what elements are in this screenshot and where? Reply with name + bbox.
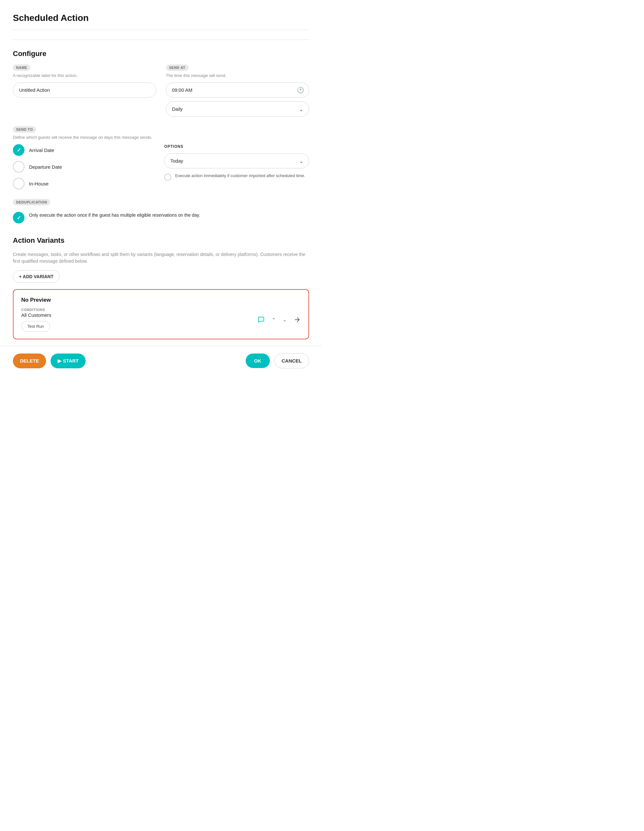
arrival-date-radio[interactable]: [13, 144, 24, 156]
configure-section-title: Configure: [13, 49, 309, 58]
name-helper: A recognizable label for this action.: [13, 73, 156, 78]
departure-date-option[interactable]: Departure Date: [13, 161, 158, 173]
send-at-helper: The time this message will send.: [166, 73, 309, 78]
execute-text: Execute action immediately if customer i…: [175, 173, 305, 179]
variant-actions: ⌃ ⌄: [258, 316, 301, 323]
navigate-button[interactable]: [294, 316, 301, 323]
page-title: Scheduled Action: [13, 13, 309, 30]
footer-bar: DELETE ▶ START OK CANCEL: [0, 346, 322, 376]
footer-right: OK CANCEL: [245, 353, 309, 368]
in-house-option[interactable]: In-House: [13, 178, 158, 189]
in-house-label: In-House: [29, 181, 49, 186]
frequency-select-wrapper: Daily Weekly Monthly ⌄: [166, 102, 309, 116]
send-to-radio-group: Arrival Date Departure Date In-House: [13, 144, 158, 189]
name-column: NAME A recognizable label for this actio…: [13, 64, 156, 116]
deduplication-section: DEDUPLICATION Only execute the action on…: [13, 199, 309, 223]
clock-icon: 🕐: [297, 87, 304, 94]
action-name-input[interactable]: [13, 83, 156, 97]
send-at-column: SEND AT The time this message will send.…: [166, 64, 309, 116]
send-at-input[interactable]: [166, 83, 309, 97]
arrival-date-option[interactable]: Arrival Date: [13, 144, 158, 156]
time-input-wrapper: 🕐: [166, 83, 309, 97]
delete-button[interactable]: DELETE: [13, 353, 46, 368]
in-house-radio[interactable]: [13, 178, 24, 189]
dedup-text: Only execute the action once if the gues…: [29, 212, 200, 219]
footer-left: DELETE ▶ START: [13, 353, 86, 368]
start-button[interactable]: ▶ START: [51, 353, 86, 368]
send-to-grid: Arrival Date Departure Date In-House OPT…: [13, 144, 309, 189]
dedup-checkbox[interactable]: [13, 212, 24, 223]
configure-grid: NAME A recognizable label for this actio…: [13, 64, 309, 116]
move-down-button[interactable]: ⌄: [283, 317, 287, 322]
add-variant-button[interactable]: + ADD VARIANT: [13, 271, 60, 283]
dedup-item[interactable]: Only execute the action once if the gues…: [13, 212, 309, 223]
variant-title: No Preview: [21, 297, 301, 303]
action-variants-title: Action Variants: [13, 236, 309, 245]
move-up-button[interactable]: ⌃: [272, 317, 276, 322]
variant-conditions: CONDITIONS All Customers Test Run: [21, 308, 51, 332]
execute-radio[interactable]: [164, 174, 171, 181]
departure-date-radio[interactable]: [13, 161, 24, 173]
execute-option[interactable]: Execute action immediately if customer i…: [164, 173, 309, 181]
name-label: NAME: [13, 64, 30, 71]
options-section: OPTIONS Today Tomorrow Yesterday ⌄ Execu…: [164, 144, 309, 181]
variant-card: No Preview CONDITIONS All Customers Test…: [13, 289, 309, 339]
departure-date-label: Departure Date: [29, 164, 62, 170]
send-to-helper: Define which guests will receive the mes…: [13, 135, 309, 140]
send-to-section: SEND TO Define which guests will receive…: [13, 126, 309, 189]
message-icon-button[interactable]: [258, 316, 265, 323]
frequency-select[interactable]: Daily Weekly Monthly: [166, 102, 309, 116]
action-variants-section: Action Variants Create messages, tasks, …: [13, 236, 309, 339]
conditions-label: CONDITIONS: [21, 308, 51, 312]
cancel-button[interactable]: CANCEL: [274, 353, 309, 368]
variants-description: Create messages, tasks, or other workflo…: [13, 251, 309, 265]
deduplication-label: DEDUPLICATION: [13, 199, 50, 205]
today-select-wrapper: Today Tomorrow Yesterday ⌄: [164, 153, 309, 169]
today-select[interactable]: Today Tomorrow Yesterday: [164, 153, 309, 169]
send-at-label: SEND AT: [166, 64, 189, 71]
arrival-date-label: Arrival Date: [29, 148, 54, 153]
options-label: OPTIONS: [164, 144, 309, 149]
test-run-button[interactable]: Test Run: [21, 321, 50, 332]
send-to-label: SEND TO: [13, 126, 36, 133]
conditions-value: All Customers: [21, 312, 51, 318]
ok-button[interactable]: OK: [245, 353, 270, 368]
variant-footer: CONDITIONS All Customers Test Run ⌃ ⌄: [21, 308, 301, 332]
